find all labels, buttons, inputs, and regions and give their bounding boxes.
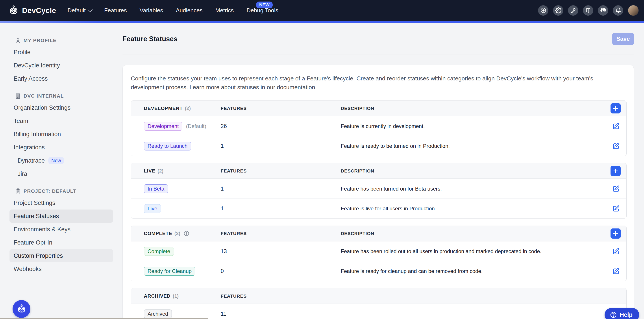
status-description: Feature is live for all users in Product… [341, 206, 600, 212]
devcycle-logo-icon [8, 5, 19, 16]
sidebar-item-integrations[interactable]: Integrations [10, 141, 113, 154]
sidebar-item-billing-information[interactable]: Billing Information [10, 128, 113, 141]
sidebar-item-early-access[interactable]: Early Access [10, 72, 113, 85]
status-row-development: Development(Default) 26 Feature is curre… [131, 116, 626, 136]
bell-icon [615, 7, 621, 14]
section-development: DEVELOPMENT(2) FEATURES DESCRIPTION Deve… [131, 100, 626, 156]
edit-status-button[interactable] [612, 142, 620, 150]
user-avatar[interactable] [628, 5, 639, 16]
status-row-ready-to-launch: Ready to Launch 1 Feature is ready to be… [131, 136, 626, 156]
nav-item-variables[interactable]: Variables [140, 7, 163, 14]
edit-status-button[interactable] [612, 205, 620, 212]
status-description: Feature is ready to be turned on in Prod… [341, 143, 600, 149]
status-badge-development[interactable]: Development [144, 122, 182, 131]
header-divider [122, 54, 634, 54]
column-header-features: FEATURES [221, 106, 341, 111]
feature-count: 1 [221, 143, 341, 149]
api-keys-button[interactable] [568, 5, 578, 16]
sidebar-item-custom-properties[interactable]: Custom Properties [10, 249, 113, 262]
section-count: (2) [185, 106, 191, 111]
status-badge-complete[interactable]: Complete [144, 247, 174, 256]
dynatrace-new-badge: New [48, 157, 64, 164]
documentation-button[interactable] [583, 5, 593, 16]
section-name: LIVE [144, 168, 155, 174]
add-new-button[interactable] [538, 5, 548, 16]
status-description: Feature has been rolled out to all users… [341, 248, 600, 254]
plus-icon [613, 168, 618, 174]
add-status-button[interactable] [610, 103, 621, 114]
sidebar-item-feature-statuses[interactable]: Feature Statuses [10, 210, 113, 223]
card-description: Configure the statuses your team uses to… [131, 74, 624, 92]
question-circle-icon [610, 311, 617, 318]
edit-icon [612, 248, 620, 255]
status-row-live: Live 1 Feature is live for all users in … [131, 198, 626, 218]
sidebar-item-devcycle-identity[interactable]: DevCycle Identity [10, 59, 113, 72]
building-icon [14, 93, 21, 100]
discord-button[interactable] [598, 5, 608, 16]
sidebar-section-my-profile: MY PROFILE [10, 36, 113, 46]
feature-count: 1 [221, 186, 341, 192]
column-header-features: FEATURES [221, 168, 341, 174]
sidebar-item-organization-settings[interactable]: Organization Settings [10, 101, 113, 114]
edit-status-button[interactable] [612, 268, 620, 275]
status-badge-in-beta[interactable]: In Beta [144, 184, 168, 193]
add-status-button[interactable] [610, 166, 621, 176]
sidebar-item-team[interactable]: Team [10, 114, 113, 128]
settings-sidebar: MY PROFILE Profile DevCycle Identity Ear… [0, 23, 119, 319]
clipboard-icon [14, 188, 21, 195]
chevron-down-icon [88, 7, 93, 12]
status-badge-ready-for-cleanup[interactable]: Ready for Cleanup [144, 267, 195, 276]
sidebar-item-project-settings[interactable]: Project Settings [10, 196, 113, 210]
info-icon[interactable] [184, 230, 190, 236]
default-tag: (Default) [186, 123, 206, 129]
status-badge-ready-to-launch[interactable]: Ready to Launch [144, 142, 191, 150]
save-button[interactable]: Save [612, 33, 634, 45]
feature-statuses-card: Configure the statuses your team uses to… [122, 65, 634, 319]
plus-circle-icon [540, 7, 546, 14]
feature-count: 13 [221, 248, 341, 254]
help-button[interactable]: Help [604, 308, 639, 319]
nav-project-selector[interactable]: Default [68, 7, 92, 14]
edit-status-button[interactable] [612, 248, 620, 255]
sidebar-item-feature-opt-in[interactable]: Feature Opt-In [10, 236, 113, 249]
edit-status-button[interactable] [612, 185, 620, 192]
status-description: Feature is currently in development. [341, 123, 600, 129]
add-status-button[interactable] [610, 228, 621, 238]
settings-button[interactable] [553, 5, 564, 16]
navbar-actions [538, 5, 639, 16]
browser-status-strip [0, 318, 208, 319]
sidebar-section-dvc-internal: DVC INTERNAL [10, 91, 113, 101]
main-content: Feature Statuses Save Configure the stat… [119, 23, 644, 319]
sidebar-item-dynatrace[interactable]: Dynatrace New [10, 154, 113, 167]
nav-item-features[interactable]: Features [104, 7, 127, 14]
status-row-in-beta: In Beta 1 Feature has been turned on for… [131, 179, 626, 198]
devcycle-assistant-button[interactable] [12, 300, 30, 318]
notifications-button[interactable] [613, 5, 623, 16]
nav-links: Default Features Variables Audiences Met… [68, 7, 278, 14]
new-badge: NEW [256, 2, 273, 8]
edit-icon [612, 268, 620, 275]
column-header-features: FEATURES [221, 231, 341, 236]
status-description: Feature has been turned on for Beta user… [341, 186, 600, 192]
status-badge-archived[interactable]: Archived [144, 310, 172, 318]
section-name: COMPLETE [144, 231, 172, 236]
edit-icon [612, 205, 620, 212]
edit-icon [612, 142, 620, 150]
plus-icon [613, 106, 618, 111]
section-archived: ARCHIVED(1) FEATURES Archived 11 [131, 288, 626, 319]
section-live: LIVE(2) FEATURES DESCRIPTION In Beta 1 F… [131, 163, 626, 218]
sidebar-item-environments-keys[interactable]: Environments & Keys [10, 223, 113, 236]
robot-icon [16, 304, 27, 314]
nav-item-metrics[interactable]: Metrics [216, 7, 234, 14]
column-header-description: DESCRIPTION [341, 106, 600, 111]
feature-count: 0 [221, 268, 341, 274]
status-badge-live[interactable]: Live [144, 204, 161, 213]
nav-item-audiences[interactable]: Audiences [176, 7, 202, 14]
edit-status-button[interactable] [612, 122, 620, 130]
brand[interactable]: DevCycle [8, 5, 56, 16]
feature-count: 26 [221, 123, 341, 129]
sidebar-item-profile[interactable]: Profile [10, 46, 113, 59]
sidebar-item-webhooks[interactable]: Webhooks [10, 262, 113, 276]
sidebar-item-jira[interactable]: Jira [10, 167, 113, 180]
edit-icon [612, 185, 620, 192]
